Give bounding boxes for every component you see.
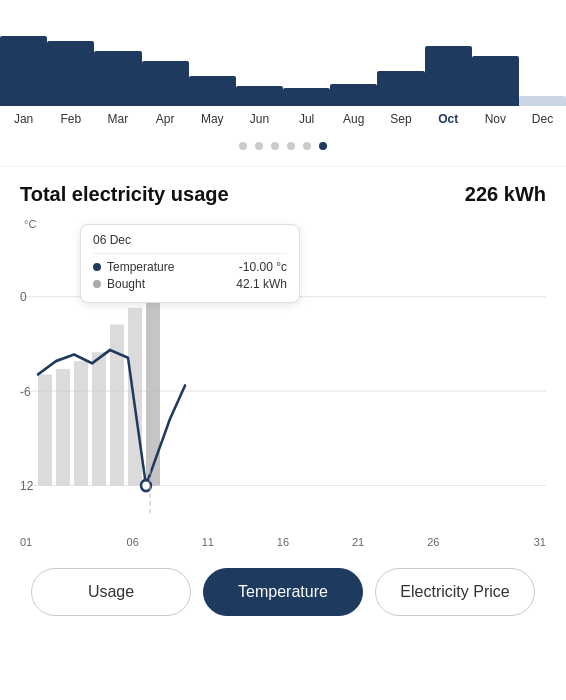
svg-rect-6 [38,374,52,485]
bar-rect [472,56,519,106]
bar-month-dec[interactable]: Dec [519,96,566,130]
x-label-01: 01 [20,536,95,548]
tooltip-row-temperature: Temperature -10.00 °c [93,260,287,274]
bar-rect [236,86,283,106]
x-label-16: 16 [245,536,320,548]
tooltip-name-bought: Bought [107,277,230,291]
x-label-21: 21 [321,536,396,548]
bar-label: Oct [438,112,458,130]
svg-text:-6: -6 [20,384,31,399]
nav-btn-electricity-price[interactable]: Electricity Price [375,568,535,616]
svg-rect-12 [146,291,160,485]
bar-rect [519,96,566,106]
bar-label: Nov [485,112,506,130]
total-usage-label: Total electricity usage [20,183,229,206]
bar-label: Apr [156,112,175,130]
tooltip-val-bought: 42.1 kWh [236,277,287,291]
bar-rect [377,71,424,106]
tooltip-date: 06 Dec [93,233,287,254]
total-usage-value: 226 kWh [465,183,546,206]
bar-month-nov[interactable]: Nov [472,56,519,130]
svg-rect-10 [110,324,124,485]
bar-rect [94,51,141,106]
tooltip-val-temperature: -10.00 °c [239,260,287,274]
line-chart-section: °C 06 Dec Temperature -10.00 °c Bought 4… [0,214,566,534]
pagination-dots [0,130,566,166]
x-label-06: 06 [95,536,170,548]
tooltip-box: 06 Dec Temperature -10.00 °c Bought 42.1… [80,224,300,303]
total-usage-header: Total electricity usage 226 kWh [0,166,566,214]
tooltip-name-temperature: Temperature [107,260,233,274]
bar-rect [330,84,377,106]
bar-month-apr[interactable]: Apr [142,61,189,130]
bar-rect [425,46,472,106]
bar-month-jul[interactable]: Jul [283,88,330,130]
bar-rect [0,36,47,106]
pagination-dot-5[interactable] [319,142,327,150]
x-axis-row: 01061116212631 [0,534,566,548]
pagination-dot-1[interactable] [255,142,263,150]
x-label-31: 31 [471,536,546,548]
bar-label: Jun [250,112,269,130]
bar-label: Jan [14,112,33,130]
bar-month-jan[interactable]: Jan [0,36,47,130]
bar-month-jun[interactable]: Jun [236,86,283,130]
month-bar-chart: JanFebMarAprMayJunJulAugSepOctNovDec [0,0,566,130]
bar-rect [283,88,330,106]
bar-month-sep[interactable]: Sep [377,71,424,130]
svg-rect-9 [92,352,106,485]
bar-rect [189,76,236,106]
pagination-dot-3[interactable] [287,142,295,150]
svg-rect-8 [74,361,88,485]
bar-label: Mar [108,112,129,130]
svg-rect-7 [56,369,70,486]
tooltip-dot-temperature [93,263,101,271]
pagination-dot-4[interactable] [303,142,311,150]
tooltip-row-bought: Bought 42.1 kWh [93,277,287,291]
svg-text:0: 0 [20,290,27,305]
bar-label: Dec [532,112,553,130]
bar-rect [142,61,189,106]
svg-text:12: 12 [20,478,33,493]
bar-label: Feb [60,112,81,130]
nav-btn-usage[interactable]: Usage [31,568,191,616]
pagination-dot-2[interactable] [271,142,279,150]
pagination-dot-0[interactable] [239,142,247,150]
bottom-nav: UsageTemperatureElectricity Price [0,548,566,636]
bar-label: Sep [390,112,411,130]
tooltip-dot-bought [93,280,101,288]
bar-label: May [201,112,224,130]
bar-month-aug[interactable]: Aug [330,84,377,130]
nav-btn-temperature[interactable]: Temperature [203,568,363,616]
bar-label: Aug [343,112,364,130]
x-label-26: 26 [396,536,471,548]
bar-month-mar[interactable]: Mar [94,51,141,130]
bar-month-feb[interactable]: Feb [47,41,94,130]
bar-chart-bars: JanFebMarAprMayJunJulAugSepOctNovDec [0,10,566,130]
x-label-11: 11 [170,536,245,548]
bar-month-may[interactable]: May [189,76,236,130]
bar-rect [47,41,94,106]
bar-month-oct[interactable]: Oct [425,46,472,130]
svg-rect-11 [128,308,142,486]
bar-label: Jul [299,112,314,130]
